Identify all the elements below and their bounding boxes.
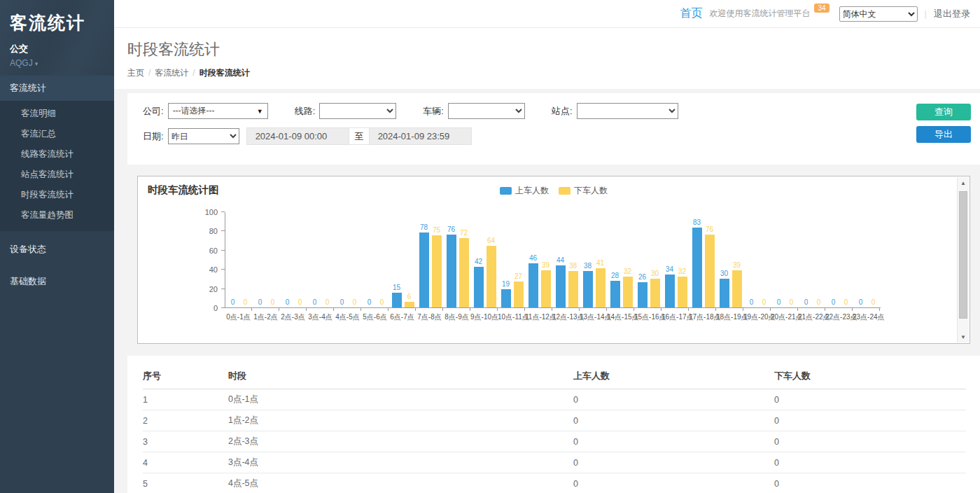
bar[interactable] <box>610 281 620 307</box>
table-cell: 0 <box>573 389 774 410</box>
vehicle-select[interactable] <box>448 103 525 119</box>
bar-value-label: 0 <box>326 299 330 306</box>
bar[interactable] <box>405 302 414 307</box>
bar[interactable] <box>514 282 524 307</box>
legend-item-0[interactable]: 上车人数 <box>500 185 549 197</box>
sidebar-item-0-3[interactable]: 站点客流统计 <box>0 165 114 185</box>
bar[interactable] <box>501 289 511 307</box>
bar[interactable] <box>623 277 633 307</box>
page-heading: 时段客流统计 主页/客流统计/时段客流统计 <box>114 28 980 89</box>
bar[interactable] <box>665 275 675 307</box>
chart-x-labels: 0点-1点1点-2点2点-3点3点-4点4点-5点5点-6点6点-7点7点-8点… <box>225 312 881 322</box>
sidebar-item-0-1[interactable]: 客流汇总 <box>0 124 114 144</box>
date-start-input[interactable]: 2024-01-09 00:00 <box>246 127 349 145</box>
sidebar-item-0-5[interactable]: 客流量趋势图 <box>0 205 114 225</box>
language-select[interactable]: 简体中文 <box>839 6 918 22</box>
scrollbar-up-arrow-icon[interactable]: ▲ <box>958 177 969 188</box>
logout-link[interactable]: 退出登录 <box>934 8 970 20</box>
date-preset-select[interactable]: 昨日 <box>168 128 239 144</box>
bar[interactable] <box>638 282 648 307</box>
filter-row-1: 公司: ---请选择---▼ 线路: 车辆: 站点: <box>143 103 972 119</box>
bar-column: 38 <box>583 263 593 307</box>
bar-value-label: 0 <box>244 299 248 306</box>
welcome-text: 欢迎使用客流统计管理平台 <box>709 8 810 20</box>
breadcrumb-item-2[interactable]: 时段客流统计 <box>200 68 250 78</box>
table-cell: 3点-4点 <box>228 452 573 473</box>
bar-column: 27 <box>514 273 524 307</box>
station-select[interactable] <box>577 103 678 119</box>
y-tick-label: 20 <box>209 285 218 293</box>
bar[interactable] <box>419 232 429 307</box>
sidebar-item-0-4[interactable]: 时段客流统计 <box>0 185 114 205</box>
bar-value-label: 41 <box>596 260 604 267</box>
scrollbar-down-arrow-icon[interactable]: ▼ <box>958 331 969 342</box>
breadcrumb: 主页/客流统计/时段客流统计 <box>127 67 980 79</box>
notification-badge[interactable]: 34 <box>814 4 829 13</box>
bar[interactable] <box>528 263 538 307</box>
table-cell: 1 <box>143 389 228 410</box>
bar[interactable] <box>678 277 687 307</box>
y-tick-mark <box>221 269 225 270</box>
x-tick-mark <box>607 308 634 311</box>
x-category-label: 7点-8点 <box>416 312 443 322</box>
query-button[interactable]: 查询 <box>916 104 971 120</box>
sidebar-section-1[interactable]: 设备状态 <box>0 235 114 263</box>
bar[interactable] <box>732 270 742 307</box>
bar-group-21: 00 <box>799 299 826 307</box>
bar[interactable] <box>568 271 578 307</box>
bar-column: 0 <box>350 299 360 307</box>
bar-column: 0 <box>255 299 265 307</box>
bar-value-label: 76 <box>706 226 713 233</box>
bar[interactable] <box>583 271 593 307</box>
bar[interactable] <box>705 235 715 307</box>
chart-scrollbar[interactable]: ▲ ▼ <box>957 177 969 342</box>
bar[interactable] <box>556 265 566 307</box>
bar[interactable] <box>596 268 606 307</box>
bar-column: 34 <box>665 266 675 307</box>
legend-item-1[interactable]: 下车人数 <box>559 185 608 197</box>
x-tick-mark <box>443 308 470 311</box>
bar-value-label: 75 <box>433 227 440 234</box>
scrollbar-thumb[interactable] <box>959 191 967 319</box>
x-category-label: 6点-7点 <box>388 312 416 322</box>
line-select[interactable] <box>319 103 396 119</box>
export-button[interactable]: 导出 <box>916 126 971 143</box>
bar[interactable] <box>541 270 551 307</box>
home-link[interactable]: 首页 <box>680 6 702 21</box>
bar[interactable] <box>474 267 484 307</box>
sidebar-item-0-0[interactable]: 客流明细 <box>0 104 114 124</box>
bar[interactable] <box>459 238 469 307</box>
bar-group-13: 3841 <box>580 260 608 307</box>
sidebar-section-2[interactable]: 基础数据 <box>0 268 114 296</box>
user-menu[interactable]: AQGJ▾ <box>10 58 104 68</box>
sidebar-section-0[interactable]: 客流统计 <box>0 76 114 101</box>
bar-value-label: 30 <box>720 270 728 277</box>
bar-column: 30 <box>720 270 729 307</box>
bar-value-label: 38 <box>569 263 577 270</box>
legend-swatch-icon <box>559 187 570 195</box>
date-end-input[interactable]: 2024-01-09 23:59 <box>369 127 472 145</box>
chart-panel: 时段车流统计图 上车人数下车人数 020406080100 0000000000… <box>137 176 970 344</box>
bar[interactable] <box>432 235 442 307</box>
bar[interactable] <box>720 279 729 307</box>
bar[interactable] <box>486 246 496 307</box>
sidebar-submenu-0: 客流明细客流汇总线路客流统计站点客流统计时段客流统计客流量趋势图 <box>0 101 114 231</box>
bar-group-14: 2832 <box>608 268 635 307</box>
bar[interactable] <box>447 235 456 307</box>
app-window: 客流统计 公交 AQGJ▾ 客流统计客流明细客流汇总线路客流统计站点客流统计时段… <box>0 0 980 493</box>
bar-column: 64 <box>486 237 496 307</box>
company-select[interactable]: ---请选择---▼ <box>168 103 268 119</box>
bar-column: 30 <box>650 270 660 307</box>
bar[interactable] <box>650 279 660 307</box>
sidebar-item-0-2[interactable]: 线路客流统计 <box>0 144 114 165</box>
bar-column: 0 <box>774 299 784 307</box>
x-category-label: 23点-24点 <box>853 312 880 322</box>
bar[interactable] <box>392 293 402 307</box>
bar-column: 0 <box>802 299 811 307</box>
bar[interactable] <box>692 228 702 307</box>
breadcrumb-item-0[interactable]: 主页 <box>127 68 144 78</box>
bar-value-label: 0 <box>313 299 317 306</box>
table-cell: 0 <box>573 473 774 493</box>
breadcrumb-item-1[interactable]: 客流统计 <box>155 68 188 78</box>
x-category-label: 11点-12点 <box>525 312 552 322</box>
